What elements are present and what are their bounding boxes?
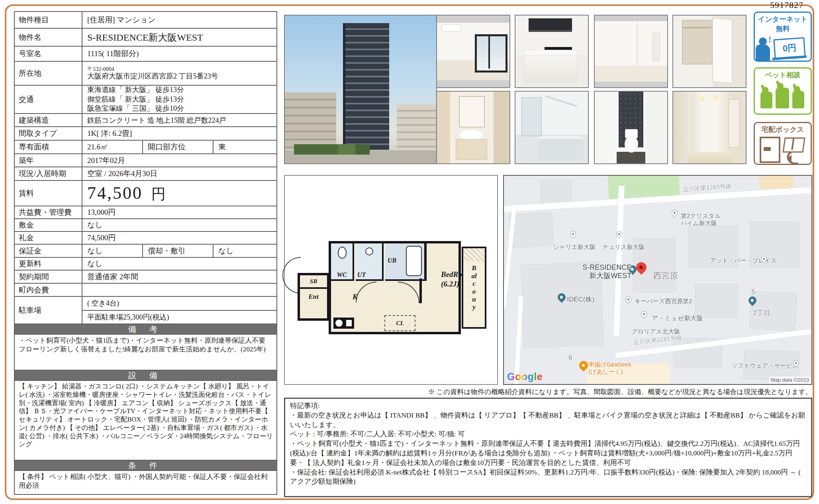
row-label: 築年 (15, 154, 82, 167)
row-label: 保証金 (15, 245, 82, 257)
property-info-table: 物件種目 [住居用] マンション 物件名 S-RESIDENCE新大阪WEST … (14, 11, 277, 495)
section-text-equipment: 【 キッチン】 給湯器・ガスコンロ( 2口) ・システムキッチン【 水廻り】 風… (14, 380, 277, 461)
floorplan-label-bedroom: BedRoom (6.2J) (421, 270, 461, 279)
sink-icon (365, 247, 373, 255)
row-value: [住居用] マンション (82, 12, 276, 28)
table-row-renewal-fee: 更新料 なし (14, 257, 277, 271)
row-value: 1115( 11階部分) (82, 47, 276, 61)
row-label: 物件名 (15, 29, 82, 46)
table-row-structure: 建築構造 鉄筋コンクリート 造 地上15階 総戸数224戸 (14, 113, 277, 127)
badge-title: ペット相談 (755, 69, 811, 80)
map-poi: シャリエ新大阪 (553, 243, 596, 251)
map-poi: チュリス新大阪 (602, 243, 645, 251)
row-label: 共益費・管理費 (15, 206, 82, 218)
row-label: 専有面積 (15, 141, 82, 153)
row-label: 現況/入居時期 (15, 167, 82, 180)
location-map: 淀川区第1283号線 淀川区第1281号線 第2クリスタル ハイム新大阪 シャリ… (503, 175, 812, 385)
row-label: 契約期間 (15, 271, 82, 283)
table-row-property-type: 物件種目 [住居用] マンション (14, 11, 277, 29)
disclaimer-text: ※ この資料は物件の概略紹介資料になります。写真、間取図面、設備、概要などが現況… (284, 387, 812, 396)
table-row-address: 所在地 〒532-0004 大阪府大阪市淀川区西宮原2 丁目5番23号 (14, 61, 277, 86)
photo-kitchen (515, 15, 589, 88)
table-row-access: 交通 東海道線「 新大阪」 徒歩13分 御堂筋線「 新大阪」 徒歩13分 阪急宝… (14, 85, 277, 114)
row-label: 敷金 (15, 219, 82, 231)
bathtub-icon (406, 246, 422, 276)
badge-title: 宅配ボックス (755, 123, 811, 134)
floorplan-room-balcony: Balcony (462, 247, 486, 329)
row-value: ( 空き4台) 平面駐車場25,300円(税込) (82, 297, 276, 324)
map-poi: グロリアス北大阪 (631, 328, 680, 335)
toilet-icon (338, 247, 347, 259)
map-road-label: 淀川区第1283号線 (682, 182, 731, 194)
table-row-guarantee: 保証金 なし 償却・敷引 なし (14, 244, 277, 258)
map-pin (639, 310, 648, 318)
row-label: 建築構造 (15, 114, 82, 126)
photo-bathroom (515, 91, 589, 164)
table-row-property-name: 物件名 S-RESIDENCE新大阪WEST (14, 28, 277, 47)
row-value: 1K[ 洋: 6.2畳] (82, 127, 276, 140)
section-header-remarks: 備 考 (14, 324, 277, 335)
photo-hallway (672, 91, 747, 164)
row-value (82, 284, 276, 296)
access-line: 阪急宝塚線「 三国」 徒歩10分 (87, 104, 276, 114)
section-text-remarks: ・ペット飼育可(小型犬・猫1匹まで)・インターネット無料・原則連帯保証人不要 フ… (14, 334, 277, 371)
floorplan-room-ub: UB (385, 243, 427, 281)
badge-delivery-box: 宅配ボックス (754, 122, 812, 165)
row-label: 間取タイプ (15, 127, 82, 140)
table-row-management-fee: 共益費・管理費 13,000円 (14, 206, 277, 219)
floorplan-room-cl: CL (384, 315, 415, 331)
table-row-rent: 賃料 74,500 円 (14, 180, 277, 206)
row-label: 物件種目 (15, 12, 82, 28)
row-label: 号室名 (15, 47, 82, 61)
table-row-room-no: 号室名 1115( 11階部分) (14, 46, 277, 62)
map-poi: IDEC(株) (567, 296, 594, 304)
map-block-label: 2丁目 (753, 309, 770, 317)
area-value: 21.6㎡ (82, 141, 142, 153)
access-line: 御堂筋線「 新大阪」 徒歩13分 (87, 95, 276, 104)
photo-empty-room (594, 15, 668, 88)
map-attribution: Map data ©2023 (769, 377, 811, 383)
delivery-box-icon (755, 135, 811, 165)
row-value: 13,000円 (82, 206, 276, 218)
map-poi: ソフトウェア・サービス (731, 362, 798, 369)
row-value: なし (82, 219, 276, 231)
table-row-layout-type: 間取タイプ 1K[ 洋: 6.2畳] (14, 126, 277, 141)
photo-closet (672, 15, 747, 88)
parking-availability: ( 空き4台) (82, 297, 276, 311)
map-poi-restaurant: 串揚げGeaSeek (げあしーく) (588, 361, 631, 375)
pets-icon (755, 80, 811, 110)
stove-icon (333, 318, 354, 329)
section-header-equipment: 設 備 (14, 370, 277, 381)
opening-direction-label: 開口部方位 (142, 141, 213, 153)
table-row-area: 専有面積 21.6㎡ 開口部方位 東 (14, 140, 277, 154)
guarantee-value: なし (82, 245, 142, 257)
row-label: 交通 (15, 86, 82, 113)
row-label: 礼金 (15, 232, 82, 244)
google-logo: Google (507, 371, 543, 382)
map-pin (670, 209, 679, 217)
document-number: 5917827 (759, 0, 815, 10)
amortization-label: 償却・敷引 (142, 245, 213, 257)
special-notes-box: 特記事項: ・最新の空き状況とお申込は【 ITANDI BB】 、物件資料は【 … (284, 398, 812, 497)
row-value: S-RESIDENCE新大阪WEST (82, 29, 276, 46)
photo-room-window (436, 15, 510, 88)
badge-pet-consultation: ペット相談 (754, 67, 812, 115)
property-flyer-page: 5917827 物件種目 [住居用] マンション 物件名 S-RESIDENCE… (0, 0, 819, 504)
row-label: 町内会費 (15, 284, 82, 296)
photo-toilet (594, 91, 668, 164)
table-row-built-year: 築年 2017年02月 (14, 153, 277, 167)
access-line: 東海道線「 新大阪」 徒歩13分 (87, 85, 276, 95)
photo-building-exterior (284, 15, 437, 164)
row-value: 空室 / 2026年4月30日 (82, 167, 276, 180)
row-value: 東海道線「 新大阪」 徒歩13分 御堂筋線「 新大阪」 徒歩13分 阪急宝塚線「… (82, 86, 276, 113)
opening-direction-value: 東 (213, 141, 276, 153)
row-label: 更新料 (15, 258, 82, 270)
floorplan-room-ut: UT (356, 243, 384, 281)
postal-code: 〒532-0004 (87, 66, 276, 72)
table-row-key-money: 礼金 74,500円 (14, 231, 277, 245)
internet-free-icon: ! 0円 (755, 34, 811, 64)
map-poi: 第2クリスタル ハイム新大阪 (681, 212, 721, 227)
section-text-conditions: 【 条件】 ペット相談( 小型犬、猫可) ・外国人契約可能・保証人不要・保証会社… (14, 470, 277, 495)
floorplan-unit: WC UT UB K CL BedRoom (6.2J) (329, 241, 461, 334)
map-block-number: 6 (568, 354, 572, 362)
